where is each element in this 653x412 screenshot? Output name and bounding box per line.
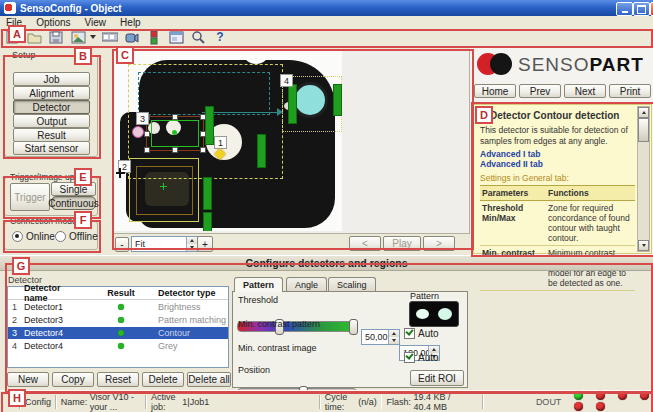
roi-badge-4: 4: [280, 74, 293, 87]
trigger-button[interactable]: Trigger: [10, 183, 50, 211]
menu-help[interactable]: Help: [120, 17, 141, 28]
roi-handle[interactable]: [200, 114, 206, 120]
tab-pattern[interactable]: Pattern: [234, 277, 283, 292]
dout-led: [596, 402, 605, 411]
annotation-label-c: C: [116, 46, 134, 64]
contrast-image-label: Min. contrast image: [238, 343, 317, 353]
prev-frame-button[interactable]: <: [349, 236, 381, 251]
threshold-min-spinbox[interactable]: 50,00: [361, 329, 400, 345]
roi-handle[interactable]: [172, 114, 178, 120]
camera-image[interactable]: 1 2 3 4: [114, 50, 342, 231]
pattern-preview-label: Pattern: [410, 291, 439, 301]
roi-handle[interactable]: [144, 147, 150, 153]
roi-handle[interactable]: [144, 131, 150, 137]
zoom-out-button[interactable]: -: [115, 237, 129, 252]
help-home-button[interactable]: Home: [474, 84, 516, 98]
continuous-button[interactable]: Continuous: [51, 196, 96, 210]
status-flash-label: Flash:: [386, 397, 411, 407]
camera-icon[interactable]: [124, 30, 140, 45]
zoom-mode-select[interactable]: Fit: [131, 236, 198, 252]
menu-options[interactable]: Options: [36, 17, 70, 28]
help-col-functions: Functions: [546, 186, 635, 200]
threshold-max-handle[interactable]: [349, 319, 358, 335]
roi-badge-1: 1: [214, 136, 227, 149]
col-detector-name[interactable]: Detector name: [21, 283, 86, 303]
window-title: SensoConfig - Object: [20, 3, 122, 14]
image-select-icon[interactable]: [70, 30, 86, 45]
delete-all-button[interactable]: Delete all: [187, 372, 231, 387]
roi-handle[interactable]: [172, 147, 178, 153]
help-func-threshold: Zone for required concordance of found c…: [546, 201, 635, 245]
col-result[interactable]: Result: [86, 288, 156, 298]
contrast-image-auto-checkbox[interactable]: Auto: [404, 352, 439, 363]
help-scrollbar-thumb[interactable]: [638, 118, 649, 142]
zoom-mode-value: Fit: [135, 239, 145, 249]
help-link-advanced2[interactable]: Advanced II tab: [480, 159, 543, 169]
open-folder-icon[interactable]: [26, 30, 42, 45]
save-icon[interactable]: [48, 30, 64, 45]
contrast-pattern-label: Min. contrast pattern: [238, 319, 320, 329]
menu-view[interactable]: View: [85, 17, 107, 28]
setup-button-result[interactable]: Result: [13, 128, 90, 142]
dout-leds: [561, 391, 653, 412]
tab-scaling[interactable]: Scaling: [328, 277, 376, 291]
result-ok-icon: [118, 343, 124, 349]
annotation-label-b: B: [74, 47, 92, 65]
help-settings-note: Settings in General tab:: [480, 173, 569, 183]
help-link-advanced1[interactable]: Advanced I tab: [480, 149, 540, 159]
detector-row-2[interactable]: 2 Detector3 Pattern matching: [8, 314, 228, 326]
roi-center-dot: [172, 130, 177, 135]
roi-handle[interactable]: [200, 131, 206, 137]
row-num: 3: [8, 328, 21, 338]
online-radio-label: Online: [26, 231, 55, 242]
status-job: 1|Job1: [182, 397, 209, 407]
help-print-button[interactable]: Print: [609, 84, 651, 98]
reset-button[interactable]: Reset: [97, 372, 139, 387]
panel-layout-icon[interactable]: [168, 30, 184, 45]
copy-button[interactable]: Copy: [52, 372, 94, 387]
filmstrip-icon[interactable]: [102, 30, 118, 45]
tab-angle[interactable]: Angle: [286, 277, 327, 291]
live-toggle-icon[interactable]: [146, 30, 162, 45]
new-button[interactable]: New: [7, 372, 49, 387]
offline-radio[interactable]: Offline: [55, 231, 98, 242]
setup-button-start-sensor[interactable]: Start sensor: [13, 141, 90, 155]
brand-part: PART: [590, 54, 644, 75]
help-next-button[interactable]: Next: [564, 84, 606, 98]
detector-row-1[interactable]: 1 Detector1 Brightness: [8, 301, 228, 313]
online-radio[interactable]: Online: [12, 231, 55, 242]
edit-roi-button[interactable]: Edit ROI: [410, 370, 464, 386]
play-button[interactable]: Play: [383, 236, 421, 251]
zoom-in-button[interactable]: +: [197, 236, 213, 252]
detector-row-4[interactable]: 4 Detector4 Grey: [8, 340, 228, 352]
detector-table-header: Detector name Result Detector type: [8, 287, 228, 300]
detector-row-3-selected[interactable]: 3 Detector4 Contour: [8, 327, 228, 339]
help-content: Detector Contour detection This detector…: [473, 104, 652, 254]
contrast-pattern-auto-checkbox[interactable]: Auto: [404, 328, 439, 339]
minimize-button[interactable]: [616, 2, 633, 16]
zoom-icon[interactable]: [190, 30, 206, 45]
help-param-threshold: Threshold Min/Max: [480, 201, 546, 245]
annotation-label-e: E: [74, 168, 92, 186]
help-icon[interactable]: ?: [212, 30, 228, 45]
setup-group-label: Setup: [9, 50, 39, 60]
brand-logo-black-circle: [490, 53, 512, 75]
edge-bar: [203, 212, 212, 231]
next-frame-button[interactable]: >: [423, 236, 455, 251]
maximize-button[interactable]: [633, 2, 650, 16]
position-label: Position: [238, 365, 270, 375]
setup-button-detector[interactable]: Detector: [13, 100, 90, 114]
delete-button[interactable]: Delete: [142, 372, 184, 387]
title-bar: SensoConfig - Object: [0, 0, 653, 16]
status-name: Visor V10 - your ...: [90, 392, 142, 412]
help-prev-button[interactable]: Prev: [519, 84, 561, 98]
setup-button-output[interactable]: Output: [13, 114, 90, 128]
roi-badge-3: 3: [136, 112, 149, 125]
help-scrollbar[interactable]: [637, 106, 650, 252]
setup-button-job[interactable]: Job: [13, 72, 90, 86]
image-select-dropdown-icon[interactable]: [90, 35, 96, 39]
status-cycle: (n/a): [358, 397, 377, 407]
roi-handle[interactable]: [200, 147, 206, 153]
col-detector-type[interactable]: Detector type: [156, 288, 228, 298]
setup-button-alignment[interactable]: Alignment: [13, 86, 90, 100]
